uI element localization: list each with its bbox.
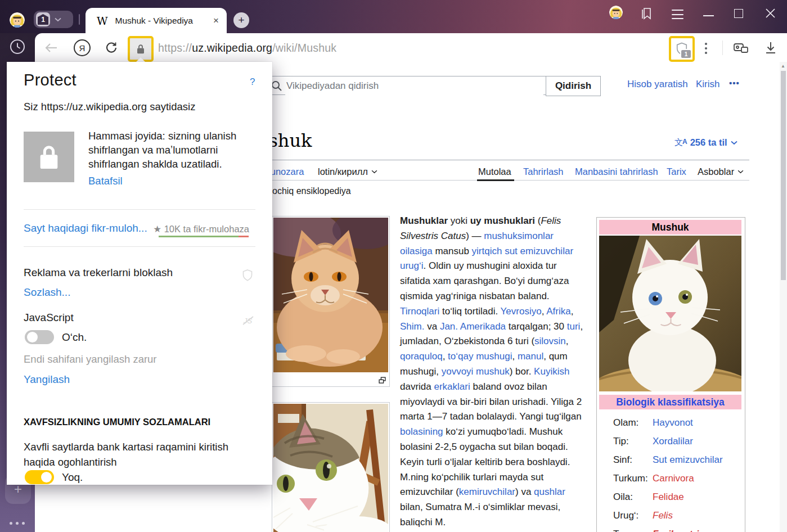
infobox-image-white-kitten[interactable] [599,236,741,391]
article-link[interactable]: toʻqay mushugi [448,351,512,362]
infobox-row-value-link[interactable]: Felidae [653,492,684,503]
login-link[interactable]: Kirish [696,79,720,90]
article-text: ( [535,215,541,226]
bookmarks-flag-icon[interactable] [639,6,654,21]
infobox-row-label: Tip: [613,436,629,447]
kebab-menu-icon[interactable] [705,43,707,54]
address-bar[interactable]: https://uz.wikipedia.org/wiki/Mushuk [158,42,336,55]
article-text: . Oldin uy mushugini aloxida tur sifatid… [400,260,569,301]
article-link[interactable]: qoraquloq [400,351,443,362]
help-link[interactable]: ? [250,76,255,88]
article-link[interactable]: qushlar [534,486,565,497]
account-avatar[interactable] [609,6,623,19]
tab-manbasini-tahrirlash[interactable]: Manbasini tahrirlash [575,166,658,177]
adblock-settings-link[interactable]: Sozlash... [24,286,70,299]
tab-asboblar[interactable]: Asboblar [698,166,744,177]
article-text: mansub [433,246,472,256]
enlarge-icon[interactable] [378,376,386,385]
tab-tahrirlash[interactable]: Tahrirlash [523,166,564,177]
article-text: , [542,306,547,317]
connection-lock-tile [24,132,74,182]
browser-tab-active[interactable]: W Mushuk - Vikipediya × [86,8,227,33]
minimize-icon[interactable] [703,15,714,16]
close-icon[interactable] [765,8,776,19]
article-link[interactable]: Yevrosiyo [501,306,542,317]
protect-title: Protect [24,71,77,89]
downloads-icon[interactable] [764,40,777,55]
create-account-link[interactable]: Hisob yaratish [627,79,688,90]
infobox-row-value-link[interactable]: Hayvonot [653,417,693,429]
infobox-row-label: Turkum: [613,473,648,484]
infobox-section-header: Biologik klassifikatsiya [599,395,741,409]
tab-tarix[interactable]: Tarix [667,166,686,177]
scroll-up-arrow[interactable]: ▲ [781,64,785,69]
tab-group-pill[interactable]: 1 [34,11,73,28]
lock-icon [136,43,146,55]
bank-warning-toggle-on[interactable] [25,470,54,484]
article-link[interactable]: Kuyikish [534,366,569,377]
language-count: 256 ta til [690,137,727,148]
profile-avatar[interactable] [10,12,25,28]
infobox-row-value-link[interactable]: Carnivora [653,473,694,484]
search-button[interactable]: Qidirish [546,76,601,96]
article-link[interactable]: kemiruvchilar [459,486,515,497]
page-scrollbar[interactable]: ▲ [780,62,787,532]
tab-mutolaa-active[interactable]: Mutolaa [478,166,511,177]
more-options-dots[interactable]: ••• [729,78,740,88]
bank-warning-state-label: Yoq. [62,471,83,484]
protect-shield-button[interactable]: 1 [669,36,695,62]
yandex-icon[interactable]: Я [74,39,91,56]
article-link[interactable]: yovvoyi mushuk [442,366,510,377]
language-selector[interactable]: 文A 256 ta til [674,137,737,148]
refresh-note: Endi sahifani yangilash zarur [24,353,157,366]
article-text: yoki [448,215,470,226]
tabbar-divider [79,14,80,25]
url-host: uz.wikipedia.org [192,42,272,54]
javascript-toggle-off[interactable] [25,330,54,344]
security-settings-header: XAVFSIZLIKNING UMUMIY SOZLAMALARI [24,417,210,427]
scrollbar-thumb[interactable] [781,71,786,280]
details-link[interactable]: Batafsil [88,175,123,187]
wiki-search-box[interactable] [266,76,547,95]
refresh-link[interactable]: Yangilash [24,373,70,386]
tab-language-variant[interactable]: lotin/кирилл [318,166,377,177]
article-text: , [571,306,574,317]
article-text: ) bor. [510,366,534,377]
maximize-icon[interactable] [734,9,743,18]
history-clock-icon[interactable] [10,39,25,55]
article-text: ) — [466,231,484,241]
divider [24,209,255,210]
infobox-row-value-link[interactable]: Xordalilar [653,436,693,447]
article-link[interactable]: Afrika [546,306,570,317]
infobox-row-value-link[interactable]: Sut emizuvchilar [653,454,723,466]
connection-status-text: Hammasi joyida: sizning ulanish shifrlan… [88,129,253,171]
article-link[interactable]: Tirnoqlari [400,306,439,317]
site-feedback-link[interactable]: Sayt haqidagi fikr-muloh... [24,222,147,235]
infobox-row-value-link[interactable]: Felis [653,510,673,521]
reload-icon[interactable] [105,41,118,55]
article-text: toʻliq tortiladi. [439,306,500,317]
site-tagline: ochiq ensiklopediya [272,186,351,196]
infobox-row: Tur:F. silvestris [597,525,745,532]
search-input[interactable] [285,76,543,96]
infobox-row-label: Urugʻ: [613,510,638,521]
back-icon[interactable] [44,42,58,53]
extensions-icon[interactable] [732,40,749,55]
article-link[interactable]: erkaklari [434,381,470,392]
article-link[interactable]: turi [567,321,581,332]
sidebar-more-icon[interactable] [10,522,25,525]
new-tab-button[interactable]: + [233,12,249,28]
article-image-orange-cat[interactable] [272,216,390,387]
article-image-white-tabby-cat[interactable] [272,402,390,532]
article-link[interactable]: bolasining [400,426,443,437]
tab-close-icon[interactable]: × [213,16,219,25]
menu-icon[interactable] [672,10,683,19]
url-scheme: https:// [158,42,192,54]
article-link[interactable]: Shim. [400,321,424,332]
article-link[interactable]: manul [518,351,543,362]
infobox-row-value-link[interactable]: F. silvestris [653,529,704,532]
javascript-disabled-icon: JS [242,315,254,326]
article-link[interactable]: Jan. Amerikada [440,321,506,332]
protect-badge: 1 [680,49,692,59]
article-link[interactable]: silovsin [534,336,566,346]
